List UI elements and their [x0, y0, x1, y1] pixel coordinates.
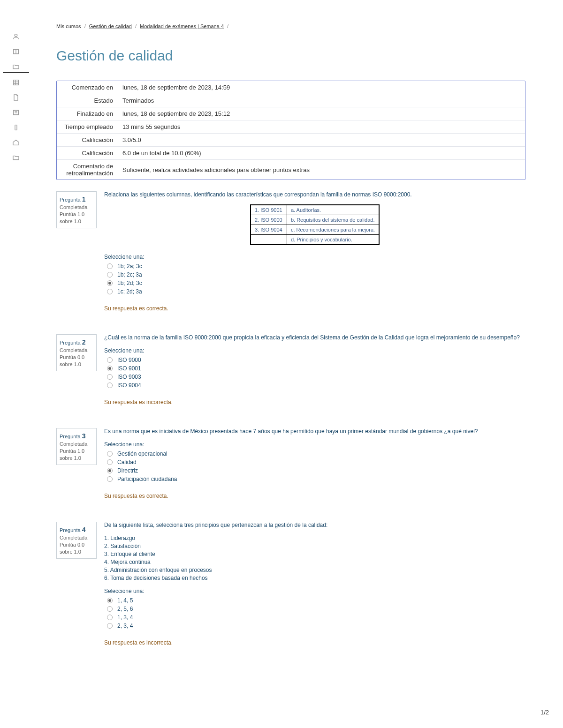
option-radio[interactable]: Participación ciudadana — [107, 476, 525, 482]
breadcrumb-item[interactable]: Gestión de calidad — [89, 23, 132, 29]
summary-label: Comenzado en — [57, 81, 118, 94]
summary-value: Terminados — [118, 94, 525, 107]
select-prompt: Seleccione una: — [104, 588, 525, 594]
question-info: Pregunta 2 Completada Puntúa 0.0 sobre 1… — [56, 334, 97, 371]
feedback-text: Su respuesta es incorrecta. — [104, 639, 525, 646]
question-text: ¿Cuál es la norma de la familia ISO 9000… — [104, 334, 525, 341]
svg-point-0 — [15, 34, 17, 37]
option-radio[interactable]: ISO 9001 — [107, 365, 525, 372]
home-icon[interactable] — [0, 137, 32, 148]
option-radio[interactable]: 1b; 2c; 3a — [107, 271, 525, 278]
question-text: De la siguiente lista, selecciona tres p… — [104, 522, 525, 528]
summary-value: lunes, 18 de septiembre de 2023, 14:59 — [118, 81, 525, 94]
summary-label: Calificación — [57, 147, 118, 160]
question-2: Pregunta 2 Completada Puntúa 0.0 sobre 1… — [56, 334, 525, 405]
option-radio[interactable]: 1, 4, 5 — [107, 597, 525, 604]
summary-value: lunes, 18 de septiembre de 2023, 15:12 — [118, 107, 525, 120]
list-icon[interactable] — [0, 107, 32, 118]
page-title: Gestión de calidad — [56, 48, 525, 64]
option-radio[interactable]: Calidad — [107, 459, 525, 465]
option-radio[interactable]: ISO 9004 — [107, 382, 525, 389]
summary-label: Estado — [57, 94, 118, 107]
question-info: Pregunta 4 Completada Puntúa 0.0 sobre 1… — [56, 522, 97, 559]
option-radio[interactable]: ISO 9000 — [107, 357, 525, 363]
select-prompt: Seleccione una: — [104, 441, 525, 448]
option-radio[interactable]: 1b; 2d; 3c — [107, 280, 525, 286]
matching-table: 1. ISO 9001a. Auditorías. 2. ISO 9000b. … — [250, 204, 380, 245]
summary-label: Tiempo empleado — [57, 120, 118, 134]
question-text: Relaciona las siguientes columnas, ident… — [104, 191, 525, 198]
users-icon[interactable] — [0, 31, 32, 42]
option-radio[interactable]: Gestión operacional — [107, 450, 525, 457]
summary-value: 13 mins 55 segundos — [118, 120, 525, 134]
doc-icon[interactable] — [0, 92, 32, 103]
select-prompt: Seleccione una: — [104, 347, 525, 354]
question-info: Pregunta 1 Completada Puntúa 1.0 sobre 1… — [56, 191, 97, 228]
option-radio[interactable]: ISO 9003 — [107, 374, 525, 380]
option-radio[interactable]: Directriz — [107, 467, 525, 474]
grid-icon[interactable] — [0, 77, 32, 88]
option-radio[interactable]: 1, 3, 4 — [107, 614, 525, 621]
question-info: Pregunta 3 Completada Puntúa 1.0 sobre 1… — [56, 428, 97, 465]
summary-value: Suficiente, realiza actividades adiciona… — [118, 160, 525, 180]
quiz-summary: Comenzado enlunes, 18 de septiembre de 2… — [56, 81, 525, 180]
feedback-text: Su respuesta es correcta. — [104, 493, 525, 499]
svg-rect-10 — [15, 125, 17, 130]
feedback-text: Su respuesta es correcta. — [104, 305, 525, 312]
question-3: Pregunta 3 Completada Puntúa 1.0 sobre 1… — [56, 428, 525, 499]
summary-value: 6.0 de un total de 10.0 (60%) — [118, 147, 525, 160]
breadcrumb-item[interactable]: Modalidad de exámenes | Semana 4 — [140, 23, 224, 29]
option-radio[interactable]: 2, 3, 4 — [107, 623, 525, 629]
principles-list: 1. Liderazgo 2. Satisfacción 3. Enfoque … — [104, 535, 525, 581]
svg-rect-3 — [14, 80, 19, 85]
breadcrumb: Mis cursos / Gestión de calidad / Modali… — [56, 23, 525, 29]
feedback-text: Su respuesta es incorrecta. — [104, 399, 525, 405]
summary-label: Comentario de retroalimentación — [57, 160, 118, 180]
option-radio[interactable]: 1c; 2d; 3a — [107, 288, 525, 295]
summary-label: Finalizado en — [57, 107, 118, 120]
option-radio[interactable]: 1b; 2a; 3c — [107, 263, 525, 270]
summary-value: 3.0/5.0 — [118, 134, 525, 147]
device-icon[interactable] — [0, 122, 32, 133]
question-1: Pregunta 1 Completada Puntúa 1.0 sobre 1… — [56, 191, 525, 312]
summary-label: Calificación — [57, 134, 118, 147]
select-prompt: Seleccione una: — [104, 254, 525, 260]
breadcrumb-item[interactable]: Mis cursos — [56, 23, 81, 29]
book-icon[interactable] — [0, 46, 32, 57]
sidebar — [0, 28, 32, 167]
folder-icon[interactable] — [3, 61, 29, 73]
option-radio[interactable]: 2, 5, 6 — [107, 606, 525, 612]
question-4: Pregunta 4 Completada Puntúa 0.0 sobre 1… — [56, 522, 525, 646]
question-text: Es una norma que es iniciativa de México… — [104, 428, 525, 435]
folder2-icon[interactable] — [0, 152, 32, 163]
